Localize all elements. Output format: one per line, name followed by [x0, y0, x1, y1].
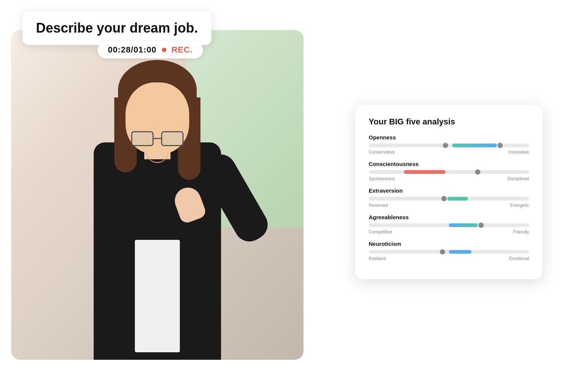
video-card [11, 30, 303, 360]
trait-bar-fill [447, 197, 468, 200]
trait-right-label: Innovative [508, 150, 529, 155]
trait-labels: CompetitiveFriendly [369, 229, 529, 235]
trait-bar-fill [449, 250, 471, 254]
trait-bar-container [369, 250, 529, 254]
person-shirt [135, 240, 180, 352]
trait-bar-container [369, 170, 529, 174]
glasses-right-lens [161, 131, 184, 146]
trait-name: Conscientousness [369, 161, 529, 167]
trait-left-label: Reserved [369, 203, 388, 208]
trait-section-extraversion: ExtraversionReservedEnergetic [369, 187, 529, 208]
trait-dot-left [441, 196, 447, 201]
big-five-card: Your BIG five analysis OpennessConservat… [355, 105, 543, 279]
trait-labels: ConservativeInnovative [369, 150, 529, 155]
trait-name: Neuroticism [369, 241, 529, 247]
trait-bar-fill [404, 170, 445, 174]
trait-right-label: Emotional [509, 256, 529, 261]
trait-name: Extraversion [369, 187, 529, 194]
glasses-bridge [154, 138, 161, 139]
trait-right-label: Energetic [510, 203, 529, 208]
trait-dot-right [498, 143, 503, 148]
trait-section-agreeableness: AgreeablenessCompetitiveFriendly [369, 214, 529, 235]
person-glasses [129, 131, 185, 146]
recording-label: REC. [172, 45, 193, 55]
big-five-title: Your BIG five analysis [369, 117, 529, 127]
trait-bar-fill [449, 223, 478, 227]
person-illustration [11, 30, 303, 360]
person-face [126, 82, 189, 154]
trait-section-neuroticism: NeuroticismResilientEmotional [369, 241, 529, 261]
trait-section-openness: OpennessConservativeInnovative [369, 134, 529, 155]
trait-right-label: Friendly [513, 229, 529, 235]
recording-overlay: 00:28/01:00 REC. [97, 41, 203, 58]
traits-container: OpennessConservativeInnovativeConsciento… [369, 134, 529, 261]
trait-left-label: Competitive [369, 229, 392, 235]
css-person [60, 52, 255, 360]
trait-dot-right [478, 223, 484, 228]
trait-labels: ReservedEnergetic [369, 203, 529, 208]
trait-name: Agreeableness [369, 214, 529, 220]
recording-timer: 00:28/01:00 [108, 45, 157, 55]
trait-section-conscientousness: ConscientousnessSpontaneousDisciplined [369, 161, 529, 181]
trait-labels: SpontaneousDisciplined [369, 176, 529, 181]
recording-dot [162, 48, 166, 52]
glasses-left-lens [131, 131, 154, 146]
trait-dot-left [443, 143, 448, 148]
person-body [94, 142, 221, 360]
trait-bar-fill [452, 144, 497, 147]
trait-name: Openness [369, 134, 529, 141]
video-person [11, 30, 303, 360]
main-scene: Describe your dream job. [0, 0, 565, 392]
trait-bar-container [369, 197, 529, 200]
trait-left-label: Conservative [369, 150, 395, 155]
trait-dot-left [440, 249, 445, 254]
trait-bar-container [369, 223, 529, 227]
dream-job-title: Describe your dream job. [36, 20, 198, 36]
trait-left-label: Spontaneous [369, 176, 395, 181]
trait-bar-container [369, 144, 529, 147]
trait-labels: ResilientEmotional [369, 256, 529, 261]
trait-left-label: Resilient [369, 256, 386, 261]
trait-dot-right [475, 169, 480, 175]
trait-right-label: Disciplined [507, 176, 529, 181]
dream-job-card: Describe your dream job. [22, 11, 211, 45]
